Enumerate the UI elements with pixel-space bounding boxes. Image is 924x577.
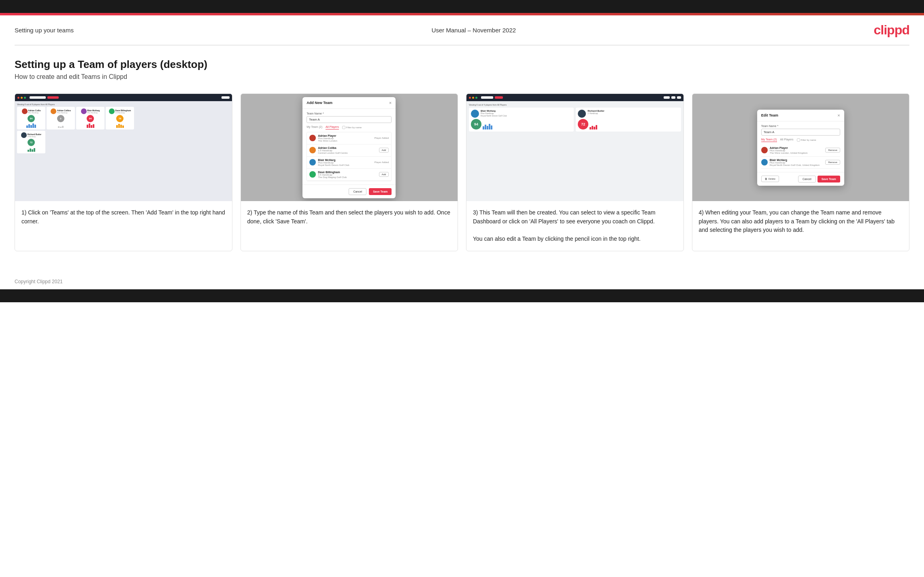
header-section-label: Setting up your teams: [15, 27, 74, 34]
page-title: Setting up a Team of players (desktop): [15, 58, 909, 71]
edit-player-1-name: Adrian Player: [770, 146, 824, 149]
player-3-club: Plus HandicapRoyal North Devon Golf Club: [318, 161, 372, 166]
team-name-input[interactable]: Team A: [307, 116, 392, 123]
player-item-4: Dave Billingham 3.5 HandicapThe Dog Magi…: [307, 169, 391, 181]
card-4-text: 4) When editing your Team, you can chang…: [692, 201, 909, 251]
edit-tab-my-team[interactable]: My Team (2): [761, 138, 777, 142]
screenshot-3: Viewing 6 out of 4 players from All Play…: [466, 94, 683, 201]
card-3: Viewing 6 out of 4 players from All Play…: [466, 93, 684, 251]
player-1-club: Plus HandicapThe Shire London: [318, 137, 372, 142]
edit-player-2-name: Blair McHarg: [770, 159, 824, 161]
card-2-text: 2) Type the name of this Team and then s…: [241, 201, 458, 251]
player-list: Adrian Player Plus HandicapThe Shire Lon…: [307, 132, 392, 181]
player-4-club: 3.5 HandicapThe Dog Maging Golf Club: [318, 174, 377, 178]
copyright-text: Copyright Clippd 2021: [15, 279, 63, 284]
edit-modal-tabs: My Team (2) All Players Filter by name: [761, 138, 840, 142]
player-1-name: Adrian Player: [318, 134, 372, 137]
tab-my-team[interactable]: My Team (2): [307, 125, 322, 129]
clippd-logo: clippd: [874, 23, 909, 38]
card-1-text: 1) Click on 'Teams' at the top of the sc…: [15, 201, 232, 251]
page-subtitle: How to create and edit Teams in Clippd: [15, 73, 909, 81]
edit-player-item-2: Blair McHarg Plus HandicapRoyal North De…: [761, 157, 840, 169]
modal-add-title: Add New Team: [307, 101, 332, 105]
edit-filter-by-name: Filter by name: [797, 138, 816, 142]
edit-tab-all-players[interactable]: All Players: [780, 138, 794, 142]
player-3-status: Player Added: [375, 161, 389, 163]
edit-player-2-info: Plus HandicapRoyal North Devon Golf Club…: [770, 161, 824, 166]
player-2-add-btn[interactable]: Add: [379, 148, 389, 153]
edit-modal-close[interactable]: ×: [837, 113, 840, 118]
edit-player-1-remove-btn[interactable]: Remove: [825, 148, 840, 153]
player-2-club: 1.5 HandicapCentral London Golf Centre: [318, 149, 377, 154]
edit-cancel-button[interactable]: Cancel: [798, 176, 816, 182]
player-4-name: Dave Billingham: [318, 171, 377, 174]
edit-delete-button[interactable]: 🗑 Delete: [761, 176, 779, 182]
modal-save-button[interactable]: Save Team: [369, 188, 392, 195]
edit-player-item-1: Adrian Player Plus HandicapThe Shire Lon…: [761, 144, 840, 157]
screenshot-1: Viewing 6 out of 8 players from All Play…: [15, 94, 232, 201]
edit-modal-title: Edit Team: [761, 113, 778, 117]
bottom-bar: [0, 289, 924, 302]
screenshot-2: Add New Team × Team Name * Team A My Tea…: [241, 94, 458, 201]
header: Setting up your teams User Manual – Nove…: [0, 15, 924, 45]
edit-team-name-input[interactable]: Team A: [761, 129, 840, 136]
card-3-text: 3) This Team will then be created. You c…: [466, 201, 683, 251]
modal-cancel-button[interactable]: Cancel: [349, 188, 366, 195]
edit-save-button[interactable]: Save Team: [818, 176, 840, 182]
card-3-text-content: 3) This Team will then be created. You c…: [473, 209, 656, 225]
footer: Copyright Clippd 2021: [0, 274, 924, 289]
player-3-name: Blair McHarg: [318, 159, 372, 161]
edit-player-2-remove-btn[interactable]: Remove: [825, 160, 840, 165]
player-item-1: Adrian Player Plus HandicapThe Shire Lon…: [307, 132, 391, 144]
header-manual-title: User Manual – November 2022: [432, 27, 516, 34]
team-name-label: Team Name *: [307, 112, 392, 115]
player-item-3: Blair McHarg Plus HandicapRoyal North De…: [307, 157, 391, 169]
modal-tabs: My Team (2) All Players Filter by name: [307, 125, 392, 129]
edit-team-name-label: Team Name *: [761, 125, 840, 127]
cards-grid: Viewing 6 out of 8 players from All Play…: [15, 93, 909, 251]
add-team-modal: Add New Team × Team Name * Team A My Tea…: [302, 97, 396, 198]
filter-by-name: Filter by name: [342, 126, 362, 129]
player-4-add-btn[interactable]: Add: [379, 172, 389, 177]
card-4: Edit Team × Team Name * Team A My Team (…: [692, 93, 910, 251]
player-1-status: Player Added: [375, 137, 389, 139]
player-2-name: Adrian Coliba: [318, 146, 377, 149]
player-item-2: Adrian Coliba 1.5 HandicapCentral London…: [307, 144, 391, 157]
tab-all-players[interactable]: All Players: [326, 125, 339, 129]
top-bar: [0, 0, 924, 13]
trash-icon: 🗑: [765, 178, 767, 180]
modal-add-close[interactable]: ×: [389, 100, 392, 105]
card-1: Viewing 6 out of 8 players from All Play…: [15, 93, 232, 251]
edit-team-modal: Edit Team × Team Name * Team A My Team (…: [757, 110, 844, 186]
main-content: Setting up a Team of players (desktop) H…: [0, 45, 924, 274]
edit-player-1-info: Plus HandicapThe Shire London, United Ki…: [770, 149, 824, 154]
card-2: Add New Team × Team Name * Team A My Tea…: [241, 93, 458, 251]
card-3-text-content-2: You can also edit a Team by clicking the…: [473, 235, 641, 242]
screenshot-4: Edit Team × Team Name * Team A My Team (…: [692, 94, 909, 201]
